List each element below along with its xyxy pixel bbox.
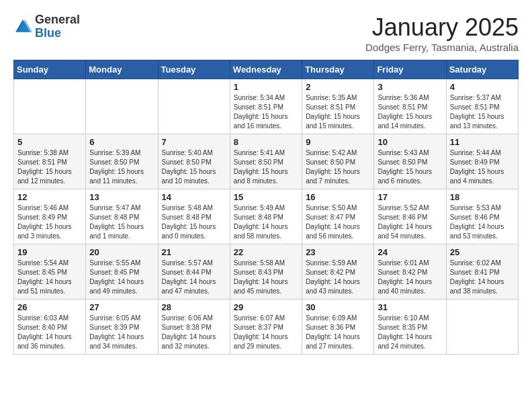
logo-general-text: General bbox=[35, 13, 80, 27]
day-number: 24 bbox=[378, 247, 442, 257]
cell-info: Sunrise: 5:37 AM Sunset: 8:51 PM Dayligh… bbox=[450, 93, 515, 131]
calendar-cell: 7Sunrise: 5:40 AM Sunset: 8:50 PM Daylig… bbox=[158, 134, 230, 189]
calendar-cell: 29Sunrise: 6:07 AM Sunset: 8:37 PM Dayli… bbox=[230, 300, 302, 355]
logo: General Blue bbox=[13, 13, 80, 40]
calendar-cell: 10Sunrise: 5:43 AM Sunset: 8:50 PM Dayli… bbox=[374, 134, 446, 189]
day-number: 5 bbox=[17, 137, 82, 147]
page-header: General Blue January 2025 Dodges Ferry, … bbox=[13, 13, 519, 53]
cell-info: Sunrise: 6:05 AM Sunset: 8:39 PM Dayligh… bbox=[89, 314, 154, 351]
cell-info: Sunrise: 5:38 AM Sunset: 8:51 PM Dayligh… bbox=[17, 148, 82, 186]
day-header-friday: Friday bbox=[374, 60, 446, 79]
day-number: 22 bbox=[234, 247, 298, 257]
day-header-thursday: Thursday bbox=[302, 60, 374, 79]
day-number: 9 bbox=[306, 137, 370, 147]
calendar-cell: 17Sunrise: 5:52 AM Sunset: 8:46 PM Dayli… bbox=[374, 189, 446, 244]
calendar-cell bbox=[446, 300, 518, 355]
day-number: 4 bbox=[450, 82, 515, 92]
day-number: 8 bbox=[234, 137, 298, 147]
calendar-cell: 3Sunrise: 5:36 AM Sunset: 8:51 PM Daylig… bbox=[374, 79, 446, 134]
cell-info: Sunrise: 5:36 AM Sunset: 8:51 PM Dayligh… bbox=[378, 93, 442, 131]
logo-icon bbox=[13, 17, 32, 36]
calendar-cell: 12Sunrise: 5:46 AM Sunset: 8:49 PM Dayli… bbox=[14, 189, 86, 244]
calendar-cell: 20Sunrise: 5:55 AM Sunset: 8:45 PM Dayli… bbox=[86, 244, 158, 300]
calendar-cell: 31Sunrise: 6:10 AM Sunset: 8:35 PM Dayli… bbox=[374, 300, 446, 355]
calendar-week-5: 26Sunrise: 6:03 AM Sunset: 8:40 PM Dayli… bbox=[14, 300, 519, 355]
day-number: 1 bbox=[234, 82, 298, 92]
cell-info: Sunrise: 6:07 AM Sunset: 8:37 PM Dayligh… bbox=[234, 314, 298, 351]
calendar-cell: 22Sunrise: 5:58 AM Sunset: 8:43 PM Dayli… bbox=[230, 244, 302, 300]
day-number: 30 bbox=[306, 302, 370, 312]
calendar-cell: 26Sunrise: 6:03 AM Sunset: 8:40 PM Dayli… bbox=[14, 300, 86, 355]
day-number: 7 bbox=[162, 137, 226, 147]
cell-info: Sunrise: 5:34 AM Sunset: 8:51 PM Dayligh… bbox=[234, 93, 298, 131]
cell-info: Sunrise: 5:35 AM Sunset: 8:51 PM Dayligh… bbox=[306, 93, 370, 131]
day-number: 15 bbox=[234, 192, 298, 202]
cell-info: Sunrise: 5:47 AM Sunset: 8:48 PM Dayligh… bbox=[89, 203, 154, 241]
calendar-cell: 25Sunrise: 6:02 AM Sunset: 8:41 PM Dayli… bbox=[446, 244, 518, 300]
calendar-cell: 24Sunrise: 6:01 AM Sunset: 8:42 PM Dayli… bbox=[374, 244, 446, 300]
day-number: 21 bbox=[162, 247, 226, 257]
day-number: 18 bbox=[450, 192, 515, 202]
cell-info: Sunrise: 5:55 AM Sunset: 8:45 PM Dayligh… bbox=[89, 259, 154, 296]
cell-info: Sunrise: 5:39 AM Sunset: 8:50 PM Dayligh… bbox=[89, 148, 154, 186]
cell-info: Sunrise: 5:40 AM Sunset: 8:50 PM Dayligh… bbox=[162, 148, 226, 186]
day-header-saturday: Saturday bbox=[446, 60, 518, 79]
calendar-cell: 16Sunrise: 5:50 AM Sunset: 8:47 PM Dayli… bbox=[302, 189, 374, 244]
calendar-header-row: SundayMondayTuesdayWednesdayThursdayFrid… bbox=[14, 60, 519, 79]
day-number: 23 bbox=[306, 247, 370, 257]
calendar-cell: 18Sunrise: 5:53 AM Sunset: 8:46 PM Dayli… bbox=[446, 189, 518, 244]
day-number: 28 bbox=[162, 302, 226, 312]
cell-info: Sunrise: 5:53 AM Sunset: 8:46 PM Dayligh… bbox=[450, 203, 515, 241]
day-header-monday: Monday bbox=[86, 60, 158, 79]
cell-info: Sunrise: 6:03 AM Sunset: 8:40 PM Dayligh… bbox=[17, 314, 82, 351]
cell-info: Sunrise: 5:52 AM Sunset: 8:46 PM Dayligh… bbox=[378, 203, 442, 241]
calendar-cell: 23Sunrise: 5:59 AM Sunset: 8:42 PM Dayli… bbox=[302, 244, 374, 300]
month-title: January 2025 bbox=[365, 13, 519, 42]
day-number: 16 bbox=[306, 192, 370, 202]
day-number: 25 bbox=[450, 247, 515, 257]
calendar-week-2: 5Sunrise: 5:38 AM Sunset: 8:51 PM Daylig… bbox=[14, 134, 519, 189]
day-number: 27 bbox=[89, 302, 154, 312]
calendar-table: SundayMondayTuesdayWednesdayThursdayFrid… bbox=[13, 60, 519, 355]
day-header-sunday: Sunday bbox=[14, 60, 86, 79]
cell-info: Sunrise: 5:42 AM Sunset: 8:50 PM Dayligh… bbox=[306, 148, 370, 186]
day-number: 17 bbox=[378, 192, 442, 202]
calendar-cell: 9Sunrise: 5:42 AM Sunset: 8:50 PM Daylig… bbox=[302, 134, 374, 189]
calendar-cell: 1Sunrise: 5:34 AM Sunset: 8:51 PM Daylig… bbox=[230, 79, 302, 134]
day-number: 26 bbox=[17, 302, 82, 312]
calendar-cell: 5Sunrise: 5:38 AM Sunset: 8:51 PM Daylig… bbox=[14, 134, 86, 189]
calendar-cell: 19Sunrise: 5:54 AM Sunset: 8:45 PM Dayli… bbox=[14, 244, 86, 300]
calendar-week-4: 19Sunrise: 5:54 AM Sunset: 8:45 PM Dayli… bbox=[14, 244, 519, 300]
calendar-cell: 8Sunrise: 5:41 AM Sunset: 8:50 PM Daylig… bbox=[230, 134, 302, 189]
day-number: 29 bbox=[234, 302, 298, 312]
day-number: 20 bbox=[89, 247, 154, 257]
day-header-tuesday: Tuesday bbox=[158, 60, 230, 79]
calendar-cell bbox=[86, 79, 158, 134]
logo-text: General Blue bbox=[35, 13, 80, 40]
day-number: 14 bbox=[162, 192, 226, 202]
day-number: 12 bbox=[17, 192, 82, 202]
cell-info: Sunrise: 6:06 AM Sunset: 8:38 PM Dayligh… bbox=[162, 314, 226, 351]
cell-info: Sunrise: 5:59 AM Sunset: 8:42 PM Dayligh… bbox=[306, 259, 370, 296]
cell-info: Sunrise: 5:57 AM Sunset: 8:44 PM Dayligh… bbox=[162, 259, 226, 296]
day-header-wednesday: Wednesday bbox=[230, 60, 302, 79]
calendar-cell: 15Sunrise: 5:49 AM Sunset: 8:48 PM Dayli… bbox=[230, 189, 302, 244]
calendar-cell: 13Sunrise: 5:47 AM Sunset: 8:48 PM Dayli… bbox=[86, 189, 158, 244]
calendar-week-3: 12Sunrise: 5:46 AM Sunset: 8:49 PM Dayli… bbox=[14, 189, 519, 244]
cell-info: Sunrise: 6:10 AM Sunset: 8:35 PM Dayligh… bbox=[378, 314, 442, 351]
location-text: Dodges Ferry, Tasmania, Australia bbox=[365, 42, 519, 53]
logo-blue-text: Blue bbox=[35, 27, 80, 40]
day-number: 2 bbox=[306, 82, 370, 92]
calendar-cell: 11Sunrise: 5:44 AM Sunset: 8:49 PM Dayli… bbox=[446, 134, 518, 189]
title-block: January 2025 Dodges Ferry, Tasmania, Aus… bbox=[365, 13, 519, 53]
day-number: 11 bbox=[450, 137, 515, 147]
cell-info: Sunrise: 5:43 AM Sunset: 8:50 PM Dayligh… bbox=[378, 148, 442, 186]
day-number: 13 bbox=[89, 192, 154, 202]
day-number: 31 bbox=[378, 302, 442, 312]
calendar-week-1: 1Sunrise: 5:34 AM Sunset: 8:51 PM Daylig… bbox=[14, 79, 519, 134]
cell-info: Sunrise: 6:09 AM Sunset: 8:36 PM Dayligh… bbox=[306, 314, 370, 351]
cell-info: Sunrise: 6:02 AM Sunset: 8:41 PM Dayligh… bbox=[450, 259, 515, 296]
calendar-cell: 27Sunrise: 6:05 AM Sunset: 8:39 PM Dayli… bbox=[86, 300, 158, 355]
calendar-cell: 14Sunrise: 5:48 AM Sunset: 8:48 PM Dayli… bbox=[158, 189, 230, 244]
calendar-cell: 28Sunrise: 6:06 AM Sunset: 8:38 PM Dayli… bbox=[158, 300, 230, 355]
